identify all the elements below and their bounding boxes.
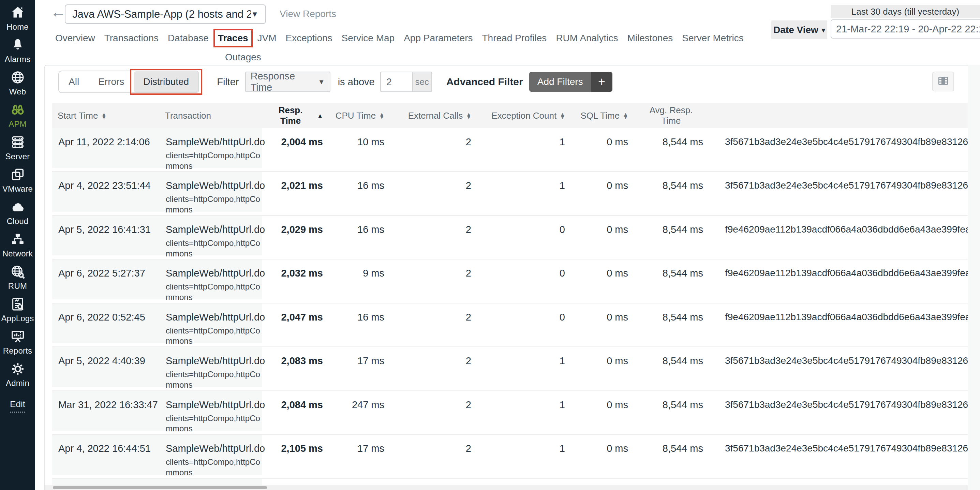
add-filters-button[interactable]: Add Filters + <box>529 72 612 92</box>
cell-avg-resp-time: 8,544 ms <box>633 259 709 303</box>
cell-cpu-time: 16 ms <box>328 172 390 215</box>
tab-milestones[interactable]: Milestones <box>627 31 673 45</box>
table-row[interactable]: Apr 5, 2022 4:40:39SampleWeb/httpUrl.doc… <box>52 347 968 390</box>
tab-rum-analytics[interactable]: RUM Analytics <box>555 31 619 45</box>
segment-errors[interactable]: Errors <box>89 71 134 92</box>
trace-id-link[interactable]: 3f5671b3ad3e24e3e5bc4c4e5179176749304fb8… <box>709 434 968 478</box>
cell-external-calls: 2 <box>390 128 477 172</box>
transaction-name: SampleWeb/httpUrl.do <box>166 268 262 279</box>
trace-id-link[interactable]: 3f5671b3ad3e24e3e5bc4c4e5179176749304fb8… <box>709 347 968 390</box>
sidebar-item-home[interactable]: Home <box>0 5 35 37</box>
sidebar-item-server[interactable]: Server <box>0 134 35 167</box>
sidebar-item-reports[interactable]: Reports <box>0 329 35 361</box>
plus-icon[interactable]: + <box>591 72 612 92</box>
cell-start-time: Mar 31, 2022 16:33:47 <box>52 391 159 434</box>
sidebar-item-label: Alarms <box>5 54 31 64</box>
trace-id-link[interactable]: f9e46209ae112b139acdf066a4a036dbdd6e6a43… <box>709 303 968 347</box>
cell-external-calls: 2 <box>390 215 477 259</box>
column-chooser-button[interactable] <box>932 72 954 91</box>
sidebar: HomeAlarmsWebAPMServerVMwareCloudNetwork… <box>0 0 35 490</box>
table-row[interactable]: Apr 11, 2022 2:14:06SampleWeb/httpUrl.do… <box>52 128 968 172</box>
cell-resp-time: 2,047 ms <box>262 303 328 347</box>
sidebar-item-alarms[interactable]: Alarms <box>0 37 35 70</box>
cell-transaction: SampleWeb/httpUrl.doclients=httpCompo,ht… <box>159 391 262 434</box>
filter-field-select[interactable]: Response Time ▼ <box>245 72 331 92</box>
view-reports-link[interactable]: View Reports <box>280 8 336 19</box>
column-header-external-calls[interactable]: External Calls▲▼ <box>390 103 477 128</box>
column-header-resp-time[interactable]: Resp. Time▲ <box>262 103 328 128</box>
tab-thread-profiles[interactable]: Thread Profiles <box>482 31 547 45</box>
table-row[interactable]: Apr 4, 2022 23:51:44SampleWeb/httpUrl.do… <box>52 172 968 215</box>
trace-id-link[interactable]: 3f5671b3ad3e24e3e5bc4c4e5179176749304fb8… <box>709 128 968 172</box>
cell-external-calls: 2 <box>390 259 477 303</box>
transaction-detail: clients=httpCompo,httpCommons <box>166 369 265 390</box>
sort-icon: ▲▼ <box>101 113 107 119</box>
trace-id-link[interactable]: 3f5671b3ad3e24e3e5bc4c4e5179176749304fb8… <box>709 172 968 215</box>
tab-transactions[interactable]: Transactions <box>103 31 159 45</box>
sidebar-item-rum[interactable]: RUM <box>0 264 35 296</box>
table-row[interactable]: Apr 4, 2022 16:44:51SampleWeb/httpUrl.do… <box>52 434 968 478</box>
date-range-input[interactable] <box>830 19 980 38</box>
sidebar-item-vmware[interactable]: VMware <box>0 167 35 199</box>
column-header-cpu-time[interactable]: CPU Time▲▼ <box>328 103 390 128</box>
tab-outages[interactable]: Outages <box>224 51 262 64</box>
table-row[interactable]: Apr 6, 2022 0:52:45SampleWeb/httpUrl.doc… <box>52 303 968 347</box>
cell-start-time: Apr 4, 2022 16:44:51 <box>52 434 159 478</box>
column-label: Transaction <box>165 110 211 121</box>
back-arrow-icon[interactable]: ← <box>51 3 66 21</box>
sidebar-item-apm[interactable]: APM <box>0 102 35 134</box>
sidebar-item-cloud[interactable]: Cloud <box>0 199 35 232</box>
date-view-label: Date View <box>773 25 818 35</box>
cell-sql-time: 0 ms <box>571 347 633 390</box>
horizontal-scrollbar-track[interactable] <box>45 485 968 490</box>
horizontal-scrollbar-thumb[interactable] <box>53 486 267 489</box>
cell-sql-time: 0 ms <box>571 391 633 434</box>
vertical-scrollbar-track[interactable] <box>968 65 980 490</box>
column-header-start-time[interactable]: Start Time▲▼ <box>52 103 159 128</box>
table-row[interactable]: Mar 31, 2022 16:33:47SampleWeb/httpUrl.d… <box>52 391 968 434</box>
cell-cpu-time: 9 ms <box>328 259 390 303</box>
column-label: CPU Time <box>336 110 376 121</box>
tab-exceptions[interactable]: Exceptions <box>285 31 333 45</box>
sidebar-item-label: Admin <box>6 379 29 388</box>
tab-overview[interactable]: Overview <box>54 31 96 45</box>
column-header-sql-time[interactable]: SQL Time▲▼ <box>571 103 633 128</box>
gear-icon <box>10 361 25 377</box>
segment-all[interactable]: All <box>59 71 89 92</box>
cell-transaction: SampleWeb/httpUrl.doclients=httpCompo,ht… <box>159 128 262 172</box>
tab-service-map[interactable]: Service Map <box>341 31 396 45</box>
cell-transaction: SampleWeb/httpUrl.doclients=httpCompo,ht… <box>159 259 262 303</box>
sidebar-item-network[interactable]: Network <box>0 232 35 264</box>
cell-resp-time: 2,029 ms <box>262 215 328 259</box>
trace-id-link[interactable]: f9e46209ae112b139acdf066a4a036dbdd6e6a43… <box>709 259 968 303</box>
table-row[interactable]: Apr 5, 2022 16:41:31SampleWeb/httpUrl.do… <box>52 215 968 259</box>
sidebar-item-admin[interactable]: Admin <box>0 361 35 393</box>
tab-server-metrics[interactable]: Server Metrics <box>681 31 744 45</box>
tab-database[interactable]: Database <box>167 31 209 45</box>
transaction-detail: clients=httpCompo,httpCommons <box>166 326 265 347</box>
date-view-button[interactable]: Date View ▾ <box>771 21 827 39</box>
table-row[interactable]: Apr 6, 2022 5:27:37SampleWeb/httpUrl.doc… <box>52 259 968 303</box>
tab-app-parameters[interactable]: App Parameters <box>403 31 473 45</box>
cell-start-time: Apr 4, 2022 23:51:44 <box>52 172 159 215</box>
trace-id-link[interactable]: 3f5671b3ad3e24e3e5bc4c4e5179176749304fb8… <box>709 391 968 434</box>
sidebar-item-label: Web <box>9 87 26 97</box>
transaction-name: SampleWeb/httpUrl.do <box>166 224 262 235</box>
cell-sql-time: 0 ms <box>571 434 633 478</box>
sidebar-item-label: Home <box>6 22 29 32</box>
threshold-input[interactable] <box>380 72 412 92</box>
column-header-exception-count[interactable]: Exception Count▲▼ <box>477 103 571 128</box>
cell-avg-resp-time: 8,544 ms <box>633 303 709 347</box>
tab-traces[interactable]: Traces <box>217 31 249 45</box>
segment-distributed[interactable]: Distributed <box>134 71 199 92</box>
column-label: Avg. Resp. Time <box>639 105 703 126</box>
sidebar-item-applogs[interactable]: AppLogs <box>0 296 35 329</box>
sidebar-edit-link[interactable]: Edit <box>10 399 25 413</box>
app-selector-dropdown[interactable]: Java AWS-Sample-App (2 hosts and 2... ▼ <box>65 5 266 24</box>
table-columns-icon <box>936 75 950 88</box>
cell-resp-time: 2,032 ms <box>262 259 328 303</box>
tab-jvm[interactable]: JVM <box>257 31 277 45</box>
trace-id-link[interactable]: f9e46209ae112b139acdf066a4a036dbdd6e6a43… <box>709 215 968 259</box>
cell-exception-count: 0 <box>477 259 571 303</box>
sidebar-item-web[interactable]: Web <box>0 70 35 102</box>
